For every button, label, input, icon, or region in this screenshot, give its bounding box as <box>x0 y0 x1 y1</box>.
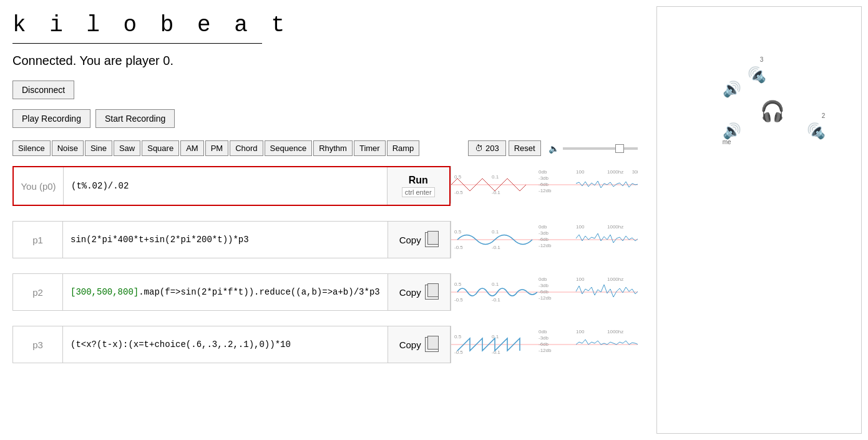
svg-text:0.1: 0.1 <box>492 174 499 180</box>
copy-p2-icon <box>425 285 439 300</box>
spatial-player-3: 🔊 3 <box>748 66 766 84</box>
svg-text:-0.1: -0.1 <box>492 190 500 195</box>
timer-display: ⏱ 203 <box>468 140 506 156</box>
svg-text:-0.5: -0.5 <box>454 297 463 303</box>
player-p2-action[interactable]: Copy <box>388 274 450 310</box>
player-p0-viz: 0db 100 1000hz 3000hz -3db -6db -12db 0.… <box>451 166 638 203</box>
toolbar-sine[interactable]: Sine <box>85 140 112 156</box>
player-p3-label: p3 <box>13 326 63 363</box>
svg-text:0.5: 0.5 <box>454 334 462 340</box>
svg-text:-12db: -12db <box>539 188 552 193</box>
volume-area: 🔈 <box>549 144 638 154</box>
spatial-display: 🔊 3 🔊 🎧 🔊 me 🔊 2 <box>657 7 861 433</box>
toolbar-square[interactable]: Square <box>142 140 179 156</box>
svg-text:0.5: 0.5 <box>454 229 462 235</box>
spatial-player-3-label: 3 <box>760 56 764 63</box>
player-p3-copy-button[interactable]: Copy <box>399 337 439 352</box>
player-p1-code: sin(2*pi*400*t+sin(2*pi*200*t))*p3 <box>63 222 388 258</box>
toolbar-pm[interactable]: PM <box>205 140 229 156</box>
disconnect-button[interactable]: Disconnect <box>12 81 74 99</box>
copy-p3-icon <box>425 337 439 352</box>
toolbar-timer[interactable]: Timer <box>354 140 386 156</box>
svg-text:-0.1: -0.1 <box>492 245 500 250</box>
spatial-player-me: 🔊 me <box>723 122 741 140</box>
p2-waveform: 0.5 -0.5 0.1 -0.1 0db -3db -6db -12db 10… <box>451 273 638 311</box>
player-section: You (p0) Run ctrl enter <box>12 166 638 378</box>
svg-text:-0.5: -0.5 <box>454 350 463 355</box>
toolbar-chord[interactable]: Chord <box>230 140 263 156</box>
svg-text:-12db: -12db <box>539 348 552 353</box>
svg-text:1000hz: 1000hz <box>607 224 623 230</box>
toolbar-sequence[interactable]: Sequence <box>265 140 313 156</box>
play-recording-button[interactable]: Play Recording <box>12 109 90 128</box>
svg-text:0.5: 0.5 <box>454 174 462 180</box>
spatial-me-label: me <box>723 139 731 145</box>
toolbar-silence[interactable]: Silence <box>12 140 51 156</box>
player-p0-action: Run ctrl enter <box>387 167 449 205</box>
toolbar-am[interactable]: AM <box>180 140 204 156</box>
copy-p1-label: Copy <box>399 235 421 245</box>
svg-text:-3db: -3db <box>539 335 549 341</box>
player-p2-code: [300,500,800].map(f=>sin(2*pi*f*t)).redu… <box>63 274 388 310</box>
player-p1-action[interactable]: Copy <box>388 222 450 258</box>
svg-text:-0.1: -0.1 <box>492 350 500 355</box>
svg-text:100: 100 <box>576 329 585 335</box>
recording-controls: Play Recording Start Recording <box>12 109 638 128</box>
player-p1-copy-button[interactable]: Copy <box>399 232 439 247</box>
svg-text:-6db: -6db <box>539 182 549 187</box>
svg-text:-3db: -3db <box>539 175 549 181</box>
app-title: k i l o b e a t <box>12 12 638 38</box>
svg-text:-12db: -12db <box>539 243 552 248</box>
timer-clock-icon: ⏱ <box>475 144 483 153</box>
svg-text:100: 100 <box>576 276 585 282</box>
svg-text:100: 100 <box>576 224 585 230</box>
speaker-1-icon: 🔊 <box>723 81 741 98</box>
svg-text:-0.1: -0.1 <box>492 297 500 303</box>
run-label: Run <box>409 175 428 186</box>
svg-text:-0.5: -0.5 <box>454 245 463 250</box>
toolbar-saw[interactable]: Saw <box>114 140 140 156</box>
toolbar-noise[interactable]: Noise <box>52 140 84 156</box>
volume-icon: 🔈 <box>549 144 559 154</box>
copy-p3-label: Copy <box>399 340 421 350</box>
svg-text:-12db: -12db <box>539 295 552 301</box>
headphones-icon: 🎧 <box>760 99 785 123</box>
player-p0-input[interactable] <box>64 167 387 205</box>
speaker-3-icon: 🔊 <box>748 66 766 84</box>
player-p1-label: p1 <box>13 222 63 258</box>
svg-text:0db: 0db <box>539 169 547 175</box>
toolbar: Silence Noise Sine Saw Square AM PM Chor… <box>12 140 638 156</box>
spatial-audio-panel: 🔊 3 🔊 🎧 🔊 me 🔊 2 <box>656 6 862 434</box>
speaker-me-icon: 🔊 <box>723 122 741 140</box>
start-recording-button[interactable]: Start Recording <box>95 109 175 128</box>
svg-text:1000hz: 1000hz <box>607 329 623 335</box>
svg-text:-0.5: -0.5 <box>454 190 463 195</box>
player-p2-label: p2 <box>13 274 63 310</box>
svg-text:0.5: 0.5 <box>454 281 462 287</box>
spatial-player-2-label: 2 <box>822 112 826 119</box>
timer-value: 203 <box>485 144 499 153</box>
svg-text:3000hz: 3000hz <box>632 170 638 174</box>
svg-text:-3db: -3db <box>539 230 549 236</box>
svg-text:1000hz: 1000hz <box>607 169 623 175</box>
toolbar-ramp[interactable]: Ramp <box>387 140 420 156</box>
svg-text:-6db: -6db <box>539 341 549 347</box>
player-p3-action[interactable]: Copy <box>388 326 450 363</box>
copy-p1-icon <box>425 232 439 247</box>
svg-text:0.1: 0.1 <box>492 281 499 287</box>
toolbar-rhythm[interactable]: Rhythm <box>313 140 353 156</box>
copy-p2-label: Copy <box>399 287 421 298</box>
player-p2-viz: 0.5 -0.5 0.1 -0.1 0db -3db -6db -12db 10… <box>451 273 638 311</box>
svg-text:100: 100 <box>576 169 585 175</box>
title-divider <box>12 43 262 44</box>
player-p2-copy-button[interactable]: Copy <box>399 285 439 300</box>
svg-text:0db: 0db <box>539 329 547 335</box>
run-hint: ctrl enter <box>402 187 435 197</box>
reset-button[interactable]: Reset <box>509 140 541 156</box>
svg-text:1000hz: 1000hz <box>607 276 623 282</box>
timer-area: ⏱ 203 Reset <box>468 140 541 156</box>
speaker-2-icon: 🔊 <box>807 122 826 140</box>
svg-text:0db: 0db <box>539 276 547 282</box>
volume-slider[interactable] <box>563 147 638 150</box>
player-p3-code: (t<x?(t-x):(x=t+choice(.6,.3,.2,.1),0))*… <box>63 326 388 363</box>
